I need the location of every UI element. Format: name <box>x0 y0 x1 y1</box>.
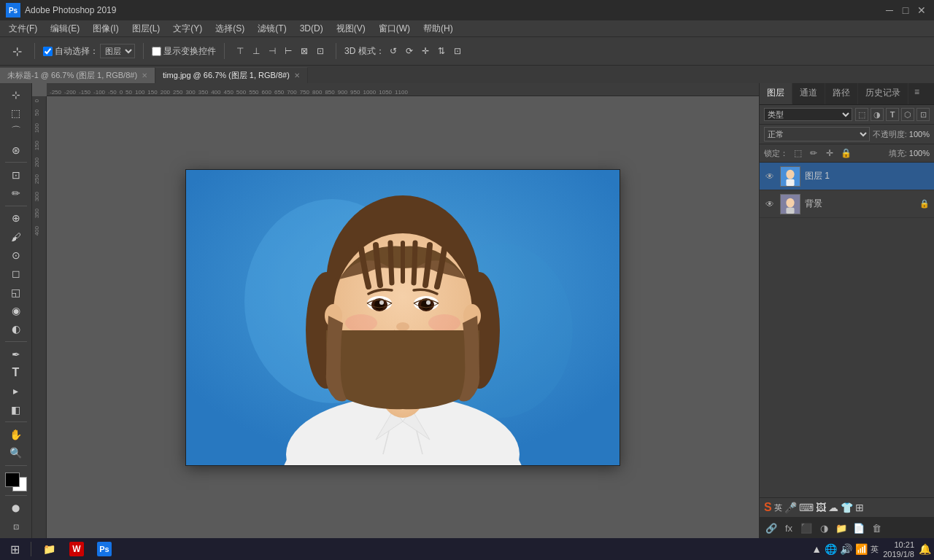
tab-untitled[interactable]: 未标题-1 @ 66.7% (图层 1, RGB/8#) ✕ <box>0 67 155 83</box>
dodge-tool[interactable]: ◐ <box>7 321 26 338</box>
tab-paths[interactable]: 路径 <box>825 83 858 104</box>
crop-tool[interactable]: ⊡ <box>7 166 26 183</box>
align-right-btn[interactable]: ⊡ <box>313 44 328 58</box>
close-button[interactable]: ✕ <box>915 4 928 17</box>
up-arrow-icon[interactable]: ▲ <box>811 543 822 555</box>
notification-icon[interactable]: 🔔 <box>919 543 931 555</box>
tab-untitled-close[interactable]: ✕ <box>142 71 147 79</box>
menu-item-h[interactable]: 帮助(H) <box>417 21 459 36</box>
taskbar-ps[interactable]: Ps <box>91 539 117 559</box>
path-selection-tool[interactable]: ▸ <box>7 383 26 400</box>
blur-tool[interactable]: ◉ <box>7 302 26 319</box>
screen-mode-tool[interactable]: ⊡ <box>7 518 26 535</box>
tab-timg[interactable]: timg.jpg @ 66.7% (图层 1, RGB/8#) ✕ <box>155 67 308 83</box>
marquee-tool[interactable]: ⬚ <box>7 104 26 121</box>
ime-lang[interactable]: 英 <box>774 502 782 513</box>
menu-item-v[interactable]: 视图(V) <box>331 21 371 36</box>
menu-item-y[interactable]: 文字(Y) <box>167 21 208 36</box>
ime-mic-icon[interactable]: 🎤 <box>784 502 797 513</box>
tab-history[interactable]: 历史记录 <box>858 83 908 104</box>
filter-shape-icon[interactable]: ⬡ <box>901 108 914 121</box>
scale-btn[interactable]: ⊡ <box>450 44 465 58</box>
slide-btn[interactable]: ⇅ <box>434 44 449 58</box>
roll-btn[interactable]: ⟳ <box>402 44 417 58</box>
tab-layers[interactable]: 图层 <box>760 83 792 104</box>
blend-mode-select[interactable]: 正常 <box>764 127 870 141</box>
align-vcenter-btn[interactable]: ⊥ <box>249 44 263 58</box>
network-icon[interactable]: 🌐 <box>825 543 837 555</box>
lock-position-btn[interactable]: ✏ <box>807 147 820 160</box>
align-hcenter-btn[interactable]: ⊠ <box>297 44 312 58</box>
wifi-icon[interactable]: 📶 <box>855 543 868 555</box>
pen-tool[interactable]: ✒ <box>7 346 26 362</box>
clone-tool[interactable]: ⊙ <box>7 246 26 263</box>
tab-timg-close[interactable]: ✕ <box>294 71 300 79</box>
shape-tool[interactable]: ◧ <box>7 401 26 418</box>
lasso-tool[interactable]: ⌒ <box>7 123 26 140</box>
ime-taskbar[interactable]: 英 <box>871 544 879 555</box>
ime-keyboard-icon[interactable]: ⌨ <box>799 502 814 513</box>
menu-item-w[interactable]: 窗口(W) <box>373 21 416 36</box>
tab-channels[interactable]: 通道 <box>792 83 825 104</box>
align-top-btn[interactable]: ⊤ <box>233 44 247 58</box>
ime-shirt-icon[interactable]: 👕 <box>841 502 853 513</box>
brush-tool[interactable]: 🖌 <box>7 228 26 245</box>
magic-wand-tool[interactable]: ⊛ <box>7 141 26 158</box>
menu-item-l[interactable]: 图层(L) <box>126 21 166 36</box>
ime-cloud-icon[interactable]: ☁ <box>828 502 838 513</box>
taskbar-files[interactable]: 📁 <box>36 539 62 559</box>
layer-item-background[interactable]: 👁 背景 🔒 <box>760 190 934 218</box>
menu-item-e[interactable]: 编辑(E) <box>45 21 85 36</box>
rotate-btn[interactable]: ↺ <box>386 44 401 58</box>
quick-mask-tool[interactable]: ⬤ <box>7 499 26 516</box>
layer-type-filter[interactable]: 类型 <box>764 108 852 121</box>
ime-grid-icon[interactable]: ⊞ <box>855 502 864 513</box>
panel-options-icon[interactable]: ≡ <box>908 83 925 104</box>
taskbar-wps[interactable]: W <box>63 539 90 559</box>
menu-item-i[interactable]: 图像(I) <box>87 21 124 36</box>
auto-select-type[interactable]: 图层 <box>100 44 135 58</box>
align-left-btn[interactable]: ⊢ <box>281 44 296 58</box>
filter-smart-icon[interactable]: ⊡ <box>916 108 930 121</box>
text-tool[interactable]: T <box>7 364 26 381</box>
minimize-button[interactable]: ─ <box>883 4 896 17</box>
lock-pixels-btn[interactable]: ⬚ <box>791 147 804 160</box>
move-tool-icon[interactable]: ⊹ <box>7 42 26 61</box>
adjustment-layer-btn[interactable]: ◑ <box>817 521 831 535</box>
healing-tool[interactable]: ⊕ <box>7 210 26 227</box>
layer-visibility-layer1[interactable]: 👁 <box>764 171 776 182</box>
pan-btn[interactable]: ✛ <box>418 44 433 58</box>
delete-layer-btn[interactable]: 🗑 <box>869 521 884 535</box>
filter-pixel-icon[interactable]: ⬚ <box>855 108 868 121</box>
show-transform-checkbox[interactable] <box>152 47 161 56</box>
color-swatches[interactable] <box>5 472 27 492</box>
menu-item-s[interactable]: 选择(S) <box>209 21 250 36</box>
menu-item-f[interactable]: 文件(F) <box>3 21 43 36</box>
menu-item-dd[interactable]: 3D(D) <box>294 22 329 35</box>
hand-tool[interactable]: ✋ <box>7 426 26 443</box>
opacity-value[interactable]: 100% <box>909 130 930 139</box>
auto-select-checkbox[interactable] <box>43 47 53 56</box>
auto-select-check[interactable]: 自动选择： <box>43 45 99 58</box>
volume-icon[interactable]: 🔊 <box>840 543 852 555</box>
restore-button[interactable]: □ <box>899 4 912 17</box>
lock-all-btn[interactable]: 🔒 <box>839 147 852 160</box>
layer-mask-btn[interactable]: ⬛ <box>799 521 814 535</box>
new-layer-btn[interactable]: 📄 <box>852 521 866 535</box>
filter-adjust-icon[interactable]: ◑ <box>871 108 884 121</box>
layer-style-btn[interactable]: fx <box>781 521 796 535</box>
layer-item-layer1[interactable]: 👁 图层 1 <box>760 163 934 190</box>
new-group-btn[interactable]: 📁 <box>834 521 849 535</box>
layer-visibility-bg[interactable]: 👁 <box>764 198 776 210</box>
ime-img-icon[interactable]: 🖼 <box>816 502 826 513</box>
align-bottom-btn[interactable]: ⊣ <box>265 44 279 58</box>
gradient-tool[interactable]: ◱ <box>7 284 26 300</box>
menu-item-t[interactable]: 滤镜(T) <box>252 21 292 36</box>
foreground-color[interactable] <box>5 472 20 487</box>
selection-tool[interactable]: ⊹ <box>7 86 26 103</box>
filter-type-icon[interactable]: T <box>886 108 899 121</box>
link-layers-btn[interactable]: 🔗 <box>764 521 779 535</box>
eyedropper-tool[interactable]: ✏ <box>7 185 26 202</box>
show-transform-check[interactable]: 显示变换控件 <box>152 45 216 58</box>
zoom-tool[interactable]: 🔍 <box>7 444 26 461</box>
